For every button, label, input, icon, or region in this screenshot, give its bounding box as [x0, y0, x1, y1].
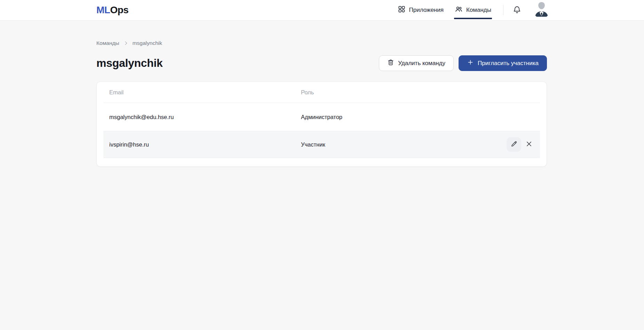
delete-team-label: Удалить команду: [398, 60, 445, 67]
member-role: Участник: [301, 141, 507, 148]
column-header-email: Email: [103, 89, 301, 96]
edit-member-button[interactable]: [507, 137, 521, 152]
apps-grid-icon: [398, 5, 406, 15]
row-actions: [507, 137, 540, 152]
remove-member-button[interactable]: [525, 140, 533, 149]
member-row[interactable]: ivspirin@hse.ru Участник: [103, 131, 540, 158]
active-tab-underline: [454, 18, 492, 19]
page-actions: Удалить команду Пригласить участника: [379, 55, 547, 71]
breadcrumb: Команды msgalynchik: [96, 40, 547, 46]
member-row[interactable]: msgalynchik@edu.hse.ru Администратор: [103, 103, 540, 131]
close-x-icon: [525, 140, 533, 149]
column-header-role: Роль: [301, 89, 540, 96]
members-table-card: Email Роль msgalynchik@edu.hse.ru Админи…: [96, 81, 547, 167]
person-in-suit-icon: [533, 2, 550, 18]
main-content: Команды msgalynchik msgalynchik: [0, 40, 644, 167]
nav-item-teams[interactable]: Команды: [454, 0, 492, 20]
member-role: Администратор: [301, 114, 540, 120]
invite-member-label: Пригласить участника: [478, 60, 539, 67]
member-email: ivspirin@hse.ru: [103, 141, 301, 148]
header-divider: [503, 5, 503, 15]
app-root: MLOps Приложения: [0, 0, 644, 167]
nav-label-applications: Приложения: [409, 7, 444, 14]
notifications-button[interactable]: [511, 4, 523, 17]
top-header: MLOps Приложения: [0, 0, 644, 21]
chevron-right-icon: [124, 41, 128, 46]
member-email: msgalynchik@edu.hse.ru: [103, 114, 301, 120]
plus-icon: [467, 59, 474, 68]
bell-icon: [512, 5, 522, 15]
nav-label-teams: Команды: [466, 7, 491, 14]
nav-item-applications[interactable]: Приложения: [397, 0, 444, 20]
pencil-edit-icon: [510, 140, 518, 149]
invite-member-button[interactable]: Пригласить участника: [459, 55, 547, 71]
logo-ml: ML: [96, 5, 110, 15]
trash-icon: [387, 59, 394, 68]
title-row: msgalynchik Удалить команду: [96, 55, 547, 71]
teams-people-icon: [455, 5, 463, 15]
logo[interactable]: MLOps: [96, 5, 128, 16]
avatar[interactable]: [533, 2, 550, 18]
breadcrumb-teams-link[interactable]: Команды: [96, 40, 119, 46]
logo-ops: Ops: [110, 5, 128, 15]
header-nav: Приложения Команды: [397, 0, 550, 20]
page-title: msgalynchik: [96, 57, 163, 70]
table-header-row: Email Роль: [103, 82, 540, 103]
delete-team-button[interactable]: Удалить команду: [379, 55, 454, 71]
breadcrumb-current: msgalynchik: [133, 40, 162, 46]
